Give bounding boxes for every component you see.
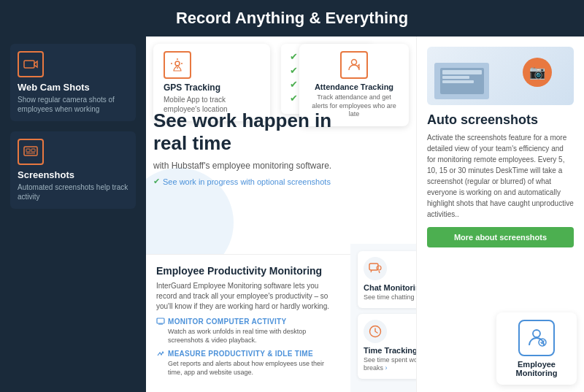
- employee-monitoring-badge: Employee Monitoring: [496, 312, 577, 385]
- employee-monitoring-icon: [518, 320, 555, 356]
- check-icon-2: ✔: [290, 65, 298, 76]
- webcam-card: Web Cam Shots Show regular camera shots …: [10, 44, 136, 121]
- left-col: Web Cam Shots Show regular camera shots …: [0, 36, 146, 392]
- chat-icon: [364, 257, 387, 280]
- webcam-icon: [18, 51, 44, 77]
- svg-point-10: [377, 266, 381, 270]
- screenshots-desc: Automated screenshots help track activit…: [18, 182, 128, 201]
- auto-screenshots-desc: Activate the screenshots feature for a m…: [427, 132, 574, 220]
- more-screenshots-button[interactable]: More about screenshots: [427, 227, 574, 247]
- monitor-mockup: [434, 63, 489, 99]
- time-title: Time Tracking: [364, 346, 416, 355]
- check-icon-4: ✔: [290, 93, 298, 104]
- chat-monitoring-card: Chat Monitoring See time chatting with o…: [358, 251, 416, 308]
- time-link[interactable]: ›: [385, 364, 388, 372]
- screenshot-preview: 📷: [427, 47, 574, 105]
- monitor-item-2: MEASURE PRODUCTIVITY & IDLE TIME Get rep…: [156, 350, 340, 377]
- svg-rect-3: [31, 149, 35, 152]
- main-content: Web Cam Shots Show regular camera shots …: [0, 36, 584, 392]
- chat-title: Chat Monitoring: [364, 283, 416, 292]
- page-wrapper: Record Anything & Everything Web Cam Sho…: [0, 0, 584, 392]
- check-icon-3: ✔: [290, 79, 298, 90]
- monitor-desc-1: Watch as work unfolds in real time with …: [156, 327, 340, 345]
- monitor-title-2: MEASURE PRODUCTIVITY & IDLE TIME: [156, 350, 340, 358]
- svg-rect-0: [24, 61, 34, 68]
- screenshots-icon: [18, 139, 44, 165]
- attendance-icon: [340, 51, 368, 79]
- svg-point-5: [175, 61, 180, 66]
- auto-screenshots-title: Auto screenshots: [427, 112, 574, 128]
- chat-desc: See time chatting with others ›: [364, 293, 416, 302]
- productivity-desc: InterGuard Employee Monitoring software …: [156, 281, 340, 312]
- productivity-section: Employee Productivity Monitoring InterGu…: [146, 254, 350, 392]
- chat-time-col: Chat Monitoring See time chatting with o…: [350, 244, 416, 392]
- time-icon: [364, 320, 387, 343]
- time-tracking-card: Time Tracking See time spent working and…: [358, 314, 416, 379]
- webcam-desc: Show regular camera shots of employees w…: [18, 95, 128, 114]
- monitor-desc-2: Get reports and alerts about how employe…: [156, 359, 340, 377]
- right-col: 📷 Auto screenshots Activate the screensh…: [416, 36, 584, 392]
- screenshots-title: Screenshots: [18, 169, 128, 180]
- check-icon-1: ✔: [290, 51, 298, 62]
- hero-headline: See work happen in real time: [153, 109, 350, 155]
- svg-rect-2: [26, 149, 30, 152]
- gps-title: GPS Tracking: [164, 82, 260, 93]
- top-header: Record Anything & Everything: [0, 0, 584, 36]
- gps-icon: [164, 51, 191, 79]
- center-col: GPS Tracking Mobile App to track employe…: [146, 36, 416, 392]
- productivity-title: Employee Productivity Monitoring: [156, 265, 340, 277]
- svg-point-12: [533, 330, 540, 337]
- monitor-title-1: MONITOR COMPUTER ACTIVITY: [156, 318, 340, 326]
- bottom-row: Employee Productivity Monitoring InterGu…: [146, 254, 416, 392]
- page-title: Record Anything & Everything: [15, 9, 569, 28]
- time-desc: See time spent working and on breaks ›: [364, 356, 416, 373]
- screenshots-card: Screenshots Automated screenshots help t…: [10, 131, 136, 209]
- monitor-item-1: MONITOR COMPUTER ACTIVITY Watch as work …: [156, 318, 340, 345]
- svg-rect-7: [157, 318, 164, 323]
- employee-monitoring-title: Employee Monitoring: [507, 360, 566, 377]
- webcam-title: Web Cam Shots: [18, 82, 128, 93]
- camera-icon-big: 📷: [523, 58, 552, 87]
- attendance-title: Attendance Tracking: [315, 82, 393, 91]
- svg-point-6: [352, 60, 357, 65]
